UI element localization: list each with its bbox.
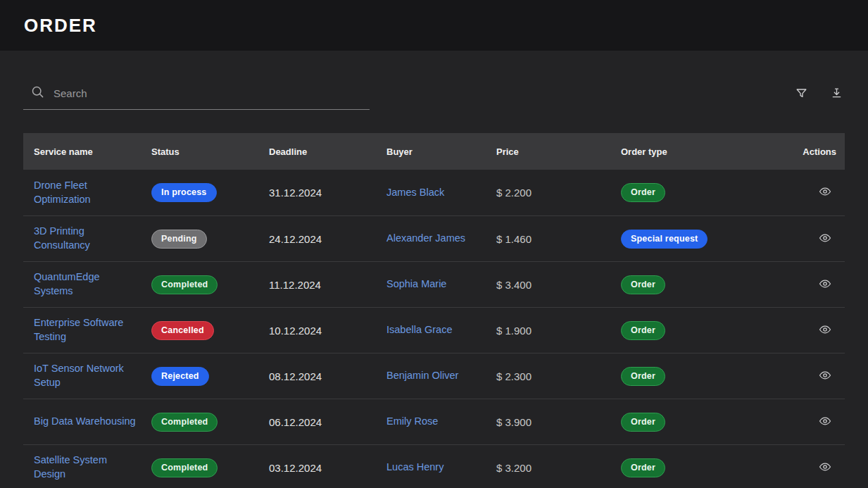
column-header-actions: Actions (798, 146, 845, 157)
column-header-deadline: Deadline (269, 146, 386, 157)
eye-icon (818, 368, 832, 384)
service-name-link[interactable]: QuantumEdge Systems (34, 270, 151, 298)
eye-icon (818, 231, 832, 247)
filter-icon (795, 87, 808, 102)
column-header-order-type: Order type (621, 146, 798, 157)
order-type-badge: Order (621, 413, 665, 432)
page-title: ORDER (24, 15, 97, 37)
order-type-badge: Special request (621, 230, 707, 249)
price-value: $ 1.900 (496, 325, 621, 337)
order-type-badge: Order (621, 458, 665, 477)
eye-icon (818, 460, 832, 476)
status-badge: Rejected (151, 367, 209, 386)
column-header-price: Price (496, 146, 621, 157)
view-order-button[interactable] (817, 276, 834, 293)
orders-table: Service name Status Deadline Buyer Price… (23, 133, 845, 488)
buyer-link[interactable]: Lucas Henry (386, 461, 496, 475)
table-header-row: Service name Status Deadline Buyer Price… (23, 133, 845, 170)
service-name-link[interactable]: Big Data Warehousing (34, 415, 151, 429)
deadline-value: 03.12.2024 (269, 462, 386, 474)
search-input[interactable] (54, 87, 368, 99)
view-order-button[interactable] (817, 184, 834, 201)
order-type-badge: Order (621, 367, 665, 386)
app-bar: ORDER (0, 0, 868, 51)
buyer-link[interactable]: Isabella Grace (386, 323, 496, 337)
toolbar (23, 86, 845, 110)
buyer-link[interactable]: Emily Rose (386, 415, 496, 429)
view-order-button[interactable] (817, 459, 834, 476)
price-value: $ 3.900 (496, 416, 621, 428)
price-value: $ 3.200 (496, 462, 621, 474)
view-order-button[interactable] (817, 413, 834, 430)
buyer-link[interactable]: Alexander James (386, 232, 496, 246)
table-row: Satellite System Design Completed 03.12.… (23, 444, 845, 488)
view-order-button[interactable] (817, 230, 834, 247)
deadline-value: 24.12.2024 (269, 233, 386, 245)
column-header-status: Status (151, 146, 269, 157)
column-header-buyer: Buyer (386, 146, 496, 157)
order-type-badge: Order (621, 275, 665, 294)
buyer-link[interactable]: Benjamin Oliver (386, 369, 496, 383)
table-row: Drone Fleet Optimization In process 31.1… (23, 170, 845, 215)
eye-icon (818, 323, 832, 339)
eye-icon (818, 414, 832, 430)
deadline-value: 08.12.2024 (269, 370, 386, 382)
download-icon (830, 87, 843, 102)
service-name-link[interactable]: Drone Fleet Optimization (34, 179, 151, 206)
status-badge: Completed (151, 275, 218, 294)
status-badge: Pending (151, 230, 207, 249)
order-type-badge: Order (621, 321, 665, 340)
main-content: Service name Status Deadline Buyer Price… (0, 86, 868, 488)
status-badge: Cancelled (151, 321, 214, 340)
table-row: IoT Sensor Network Setup Rejected 08.12.… (23, 353, 845, 399)
deadline-value: 31.12.2024 (269, 187, 386, 199)
table-row: Enterprise Software Testing Cancelled 10… (23, 307, 845, 353)
view-order-button[interactable] (817, 368, 834, 384)
buyer-link[interactable]: James Black (386, 186, 496, 200)
filter-button[interactable] (793, 86, 810, 103)
toolbar-icons (793, 86, 845, 110)
service-name-link[interactable]: Enterprise Software Testing (34, 316, 151, 344)
eye-icon (818, 184, 832, 201)
status-badge: In process (151, 183, 217, 202)
price-value: $ 1.460 (496, 233, 621, 245)
search-icon (32, 86, 44, 101)
deadline-value: 10.12.2024 (269, 325, 386, 337)
price-value: $ 3.400 (496, 279, 621, 291)
status-badge: Completed (151, 413, 218, 432)
download-button[interactable] (828, 86, 845, 103)
order-type-badge: Order (621, 183, 665, 202)
deadline-value: 11.12.2024 (269, 279, 386, 291)
service-name-link[interactable]: 3D Printing Consultancy (34, 225, 151, 252)
price-value: $ 2.200 (496, 187, 621, 199)
column-header-service-name: Service name (34, 146, 151, 157)
deadline-value: 06.12.2024 (269, 416, 386, 428)
service-name-link[interactable]: Satellite System Design (34, 453, 151, 481)
table-row: 3D Printing Consultancy Pending 24.12.20… (23, 215, 845, 261)
table-row: Big Data Warehousing Completed 06.12.202… (23, 399, 845, 444)
status-badge: Completed (151, 458, 218, 477)
eye-icon (818, 277, 832, 293)
search-field[interactable] (23, 86, 370, 110)
view-order-button[interactable] (817, 322, 834, 339)
price-value: $ 2.300 (496, 370, 621, 382)
service-name-link[interactable]: IoT Sensor Network Setup (34, 362, 151, 389)
table-row: QuantumEdge Systems Completed 11.12.2024… (23, 261, 845, 307)
buyer-link[interactable]: Sophia Marie (386, 277, 496, 292)
table-body: Drone Fleet Optimization In process 31.1… (23, 170, 845, 488)
